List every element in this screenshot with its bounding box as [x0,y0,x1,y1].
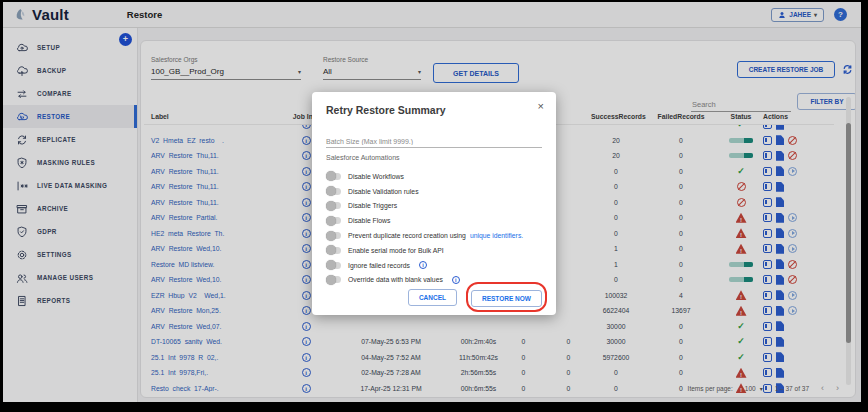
close-icon[interactable]: × [538,100,544,112]
toggle-label: Disable Flows [348,217,390,224]
disable-workflows-toggle[interactable] [326,173,341,180]
toggle-row-prevent-duplicate: Prevent duplicate record creation using … [326,228,546,243]
restore-now-button[interactable]: RESTORE NOW [471,290,542,307]
app-content: Vault Restore JAHEE ▾ ? SETUP BACKUP COM… [3,2,861,402]
info-icon[interactable]: i [452,276,460,284]
toggle-label: Disable Triggers [348,202,397,209]
toggle-label: Enable serial mode for Bulk API [348,247,444,254]
toggle-label: Prevent duplicate record creation using [348,232,466,239]
serial-mode-toggle[interactable] [326,247,341,254]
salesforce-automations-label: Salesforce Automations [326,154,400,161]
override-blank-values-toggle[interactable] [326,276,341,283]
batch-size-field [326,130,542,148]
modal-title: Retry Restore Summary [326,104,446,116]
batch-size-input[interactable] [326,136,542,148]
toggle-row-disable-flows: Disable Flows [326,213,546,228]
toggle-label: Override data with blank values [348,276,443,283]
toggle-label: Ignore failed records [348,262,410,269]
disable-flows-toggle[interactable] [326,217,341,224]
toggle-label: Disable Workflows [348,173,404,180]
disable-validation-rules-toggle[interactable] [326,188,341,195]
toggle-row-serial-mode: Enable serial mode for Bulk API [326,243,546,258]
toggle-row-override-blank: Override data with blank values i [326,273,546,288]
toggle-row-disable-workflows: Disable Workflows [326,169,546,184]
app-window: Vault Restore JAHEE ▾ ? SETUP BACKUP COM… [0,0,868,412]
toggle-label: Disable Validation rules [348,188,419,195]
modal-toggles: Disable Workflows Disable Validation rul… [326,169,546,287]
unique-identifiers-link[interactable]: unique identifiers. [470,232,523,239]
toggle-row-disable-validation-rules: Disable Validation rules [326,184,546,199]
prevent-duplicate-toggle[interactable] [326,232,341,239]
cancel-button[interactable]: CANCEL [408,289,457,306]
info-icon[interactable]: i [419,261,427,269]
retry-restore-summary-modal: Retry Restore Summary × Salesforce Autom… [312,92,556,315]
disable-triggers-toggle[interactable] [326,202,341,209]
toggle-row-ignore-failed: Ignore failed records i [326,258,546,273]
ignore-failed-records-toggle[interactable] [326,262,341,269]
toggle-row-disable-triggers: Disable Triggers [326,199,546,214]
